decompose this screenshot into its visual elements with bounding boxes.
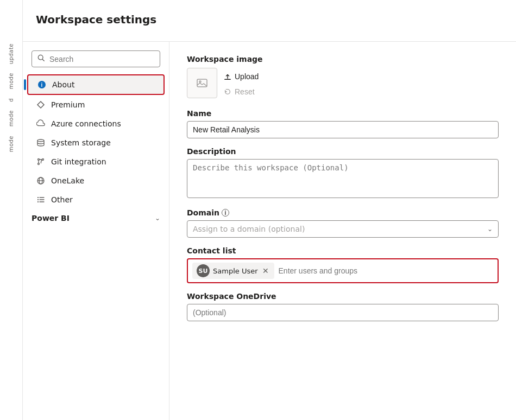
avatar: SU [197,264,210,277]
sidebar-item-onelake[interactable]: OneLake [27,171,165,190]
contact-list-label: Contact list [187,246,499,255]
svg-point-5 [37,139,44,142]
database-icon [36,138,46,148]
workspace-image-section: Workspace image [187,55,499,98]
sidebar-item-git-label: Git integration [51,157,106,166]
onedrive-label: Workspace OneDrive [187,292,499,301]
svg-rect-18 [197,79,207,87]
name-label: Name [187,109,499,118]
edge-label-4: mode [8,110,14,126]
svg-rect-14 [37,201,39,202]
workspace-image-label: Workspace image [187,55,263,63]
panel-header: Workspace settings [23,0,516,42]
list-icon [36,195,46,205]
sidebar-item-azure[interactable]: Azure connections [27,114,165,133]
edge-strip: update mode d mode mode [0,0,23,420]
reset-button[interactable]: Reset [224,85,259,98]
description-textarea[interactable] [187,159,499,198]
main-panel: Workspace settings [23,0,516,420]
panel-content: i About Premium [23,42,516,420]
svg-text:i: i [41,82,43,88]
edge-label-1: update [8,43,14,64]
svg-rect-12 [37,197,39,198]
sidebar-item-about-label: About [52,80,74,89]
svg-line-1 [42,59,44,61]
contact-input[interactable] [279,266,493,275]
search-icon [37,54,45,63]
sidebar-item-other-label: Other [51,195,73,204]
domain-chevron-icon: ⌄ [487,225,493,233]
sidebar-nav: i About Premium [23,42,169,420]
powerbi-section[interactable]: Power BI ⌄ [23,209,169,225]
description-group: Description [187,147,499,200]
sidebar-item-about[interactable]: i About [27,74,165,95]
contact-remove-button[interactable]: ✕ [261,267,270,275]
image-actions: Upload Reset [224,68,259,98]
contact-name: Sample User [213,267,258,275]
onedrive-group: Workspace OneDrive [187,292,499,321]
powerbi-section-label: Power BI [32,214,70,222]
sidebar-item-onelake-label: OneLake [51,176,84,185]
search-input[interactable] [49,55,154,63]
sidebar-item-git[interactable]: Git integration [27,152,165,171]
svg-point-19 [199,81,201,82]
name-input[interactable] [187,121,499,138]
edge-label-2: mode [8,73,14,89]
sidebar-item-storage[interactable]: System storage [27,133,165,152]
sidebar-item-other[interactable]: Other [27,190,165,209]
domain-info-icon[interactable]: i [222,209,229,217]
search-box[interactable] [32,50,160,67]
svg-marker-4 [37,101,44,108]
git-icon [36,157,46,167]
page-title: Workspace settings [36,13,503,26]
cloud-icon [36,119,46,129]
reset-label: Reset [235,87,255,96]
svg-rect-13 [37,199,39,200]
upload-label: Upload [235,72,259,81]
sidebar-item-storage-label: System storage [51,138,111,147]
info-circle-icon: i [37,80,47,90]
name-group: Name [187,109,499,138]
content-area: Workspace image [169,42,516,420]
domain-placeholder: Assign to a domain (optional) [193,225,305,233]
description-label: Description [187,147,499,156]
edge-label-5: mode [8,136,14,152]
chevron-down-icon: ⌄ [155,214,160,222]
sidebar-item-azure-label: Azure connections [51,119,121,128]
globe-icon [36,176,46,186]
sidebar-item-premium[interactable]: Premium [27,96,165,114]
contact-list-box[interactable]: SU Sample User ✕ [187,258,499,283]
upload-button[interactable]: Upload [224,70,259,83]
onedrive-input[interactable] [187,304,499,321]
domain-label: Domain i [187,208,499,217]
domain-dropdown[interactable]: Assign to a domain (optional) ⌄ [187,220,499,238]
diamond-icon [36,100,46,110]
contact-tag: SU Sample User ✕ [192,263,274,279]
search-container [23,48,169,74]
edge-label-3: d [8,98,14,102]
contact-list-group: Contact list SU Sample User ✕ [187,246,499,283]
workspace-image-placeholder [187,68,217,98]
sidebar-item-premium-label: Premium [51,100,85,109]
domain-group: Domain i Assign to a domain (optional) ⌄ [187,208,499,238]
